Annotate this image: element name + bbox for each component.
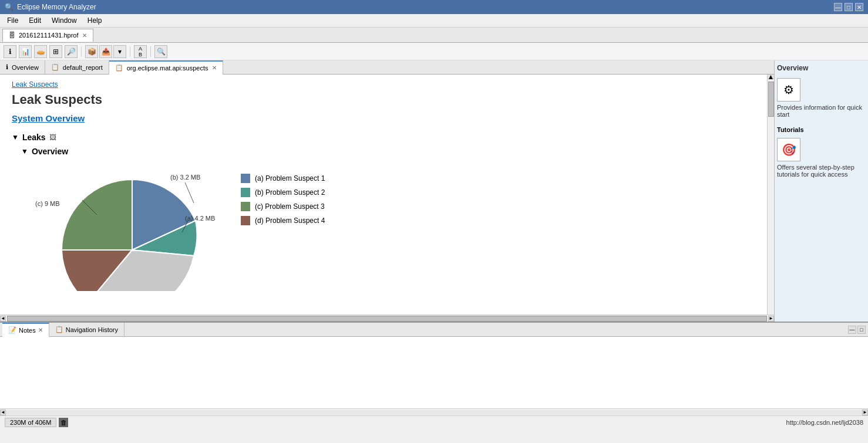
legend-label-b: (b) Problem Suspect 2	[255, 188, 325, 197]
page-title: Leak Suspects	[12, 92, 755, 107]
table-button[interactable]: ⊞	[49, 45, 62, 58]
bottom-maximize-btn[interactable]: □	[857, 326, 866, 334]
notes-close[interactable]: ✕	[38, 327, 43, 333]
status-memory: 230M of 406M	[5, 418, 56, 427]
legend-color-d	[241, 216, 250, 225]
toolbar-sep-1	[81, 46, 82, 57]
right-panel-item-0: ⚙ Provides information for quick start	[777, 78, 866, 118]
file-tab-icon: 🗄	[9, 32, 15, 39]
app-title: Eclipse Memory Analyzer	[17, 3, 96, 11]
leaks-image-icon[interactable]: 🖼	[49, 133, 56, 141]
legend-item-a: (a) Problem Suspect 1	[241, 174, 325, 183]
system-overview-link[interactable]: System Overview	[12, 113, 755, 123]
query-button[interactable]: 🔎	[65, 45, 78, 58]
dropdown-btn[interactable]: ▾	[113, 45, 126, 58]
legend-item-b: (b) Problem Suspect 2	[241, 188, 325, 197]
overview-title: Overview	[32, 147, 68, 156]
tab-report-label: default_report	[63, 64, 103, 71]
scroll-right-btn[interactable]: ►	[768, 316, 774, 322]
menu-edit[interactable]: Edit	[24, 15, 46, 26]
page-tab-bar: ℹ Overview 📋 default_report 📋 org.eclips…	[0, 60, 774, 75]
status-url: http://blog.csdn.net/ljd2038	[786, 419, 863, 426]
breadcrumb-link[interactable]: Leak Suspects	[12, 80, 58, 89]
tab-notes[interactable]: 📝 Notes ✕	[2, 323, 49, 337]
bottom-area: 📝 Notes ✕ 📋 Navigation History — □ ◄ ►	[0, 322, 868, 415]
pie-chart-button[interactable]: 🥧	[34, 45, 47, 58]
title-bar: 🔍 Eclipse Memory Analyzer — □ ✕	[0, 0, 868, 14]
content-area: ℹ Overview 📋 default_report 📋 org.eclips…	[0, 60, 774, 322]
tab-overview[interactable]: ℹ Overview	[0, 60, 45, 75]
bottom-scroll-left[interactable]: ◄	[0, 410, 6, 415]
maximize-button[interactable]: □	[845, 3, 853, 11]
page-content-area: Leak Suspects Leak Suspects System Overv…	[0, 75, 774, 315]
export-button[interactable]: 📤	[99, 45, 112, 58]
menu-bar: File Edit Window Help	[0, 14, 868, 28]
minimize-button[interactable]: —	[834, 3, 842, 11]
label-a: (a) 4.2 MB	[185, 215, 215, 222]
bottom-content	[0, 337, 868, 408]
tab-suspects-close[interactable]: ✕	[212, 65, 217, 71]
label-b: (b) 3.2 MB	[170, 174, 200, 181]
page-content[interactable]: Leak Suspects Leak Suspects System Overv…	[0, 75, 767, 315]
legend-label-d: (d) Problem Suspect 4	[255, 217, 325, 225]
file-tab-close[interactable]: ✕	[82, 32, 87, 39]
legend-color-c	[241, 202, 250, 211]
bottom-minimize-btn[interactable]: —	[848, 326, 856, 334]
bottom-scrollbar[interactable]: ◄ ►	[0, 408, 868, 415]
toolbar-sep-3	[150, 46, 151, 57]
scroll-thumb-h[interactable]	[7, 316, 767, 322]
legend-color-a	[241, 174, 250, 183]
ab-button[interactable]: AB	[134, 45, 147, 58]
leaks-toggle[interactable]: ▼	[12, 133, 19, 141]
search-button[interactable]: 🔍	[154, 45, 167, 58]
file-tab-name: 201612111431.hprof	[19, 32, 79, 39]
bottom-tab-controls: — □	[848, 326, 866, 334]
label-c: (c) 9 MB	[35, 200, 60, 207]
legend-color-b	[241, 188, 250, 197]
tab-suspects[interactable]: 📋 org.eclipse.mat.api:suspects ✕	[109, 60, 223, 75]
nav-history-label: Navigation History	[66, 326, 118, 333]
pie-chart-svg	[29, 162, 217, 291]
scroll-up-btn[interactable]: ▲	[768, 75, 774, 79]
notes-icon: 📝	[8, 326, 16, 334]
status-left: 230M of 406M 🗑	[5, 418, 68, 427]
bar-chart-button[interactable]: 📊	[19, 45, 32, 58]
toolbar-group-nav: 📦 📤 ▾	[85, 45, 126, 58]
menu-file[interactable]: File	[2, 15, 23, 26]
tab-suspects-label: org.eclipse.mat.api:suspects	[127, 65, 208, 72]
file-tab[interactable]: 🗄 201612111431.hprof ✕	[2, 29, 93, 42]
info-button[interactable]: ℹ	[4, 45, 16, 58]
heap-icon-button[interactable]: 📦	[85, 45, 98, 58]
scroll-thumb-v[interactable]	[768, 82, 774, 117]
gc-button[interactable]: 🗑	[59, 418, 68, 427]
nav-history-icon: 📋	[55, 326, 63, 333]
tab-overview-label: Overview	[12, 64, 39, 71]
tab-default-report[interactable]: 📋 default_report	[45, 60, 109, 75]
main-layout: ℹ Overview 📋 default_report 📋 org.eclips…	[0, 60, 868, 322]
pie-chart-container: (b) 3.2 MB (c) 9 MB (a) 4.2 MB	[29, 162, 217, 291]
close-button[interactable]: ✕	[855, 3, 863, 11]
horizontal-scrollbar[interactable]: ◄ ►	[0, 315, 774, 322]
legend-label-c: (c) Problem Suspect 3	[255, 202, 325, 211]
tab-suspects-icon: 📋	[115, 64, 123, 72]
chart-area: (b) 3.2 MB (c) 9 MB (a) 4.2 MB	[29, 162, 755, 291]
tab-nav-history[interactable]: 📋 Navigation History	[49, 323, 125, 337]
right-panel-overview-title: Overview	[777, 63, 866, 73]
scroll-left-btn[interactable]: ◄	[0, 316, 6, 322]
window-controls[interactable]: — □ ✕	[834, 3, 863, 11]
toolbar-sep-2	[130, 46, 130, 57]
right-panel-icon-0[interactable]: ⚙	[777, 78, 800, 102]
right-panel-text-1: Offers several step-by-step tutorials fo…	[777, 164, 866, 178]
vertical-scrollbar[interactable]: ▲	[767, 75, 774, 315]
bottom-tab-bar: 📝 Notes ✕ 📋 Navigation History — □	[0, 323, 868, 337]
bottom-scroll-right[interactable]: ►	[862, 410, 868, 415]
content-inner: Leak Suspects Leak Suspects System Overv…	[0, 75, 767, 297]
leaks-title: Leaks	[22, 133, 46, 142]
overview-toggle[interactable]: ▼	[21, 147, 28, 155]
overview-section-header: ▼ Overview	[21, 147, 755, 156]
right-panel-icon-1[interactable]: 🎯	[777, 138, 800, 161]
tab-report-icon: 📋	[51, 63, 59, 71]
menu-window[interactable]: Window	[47, 15, 82, 26]
menu-help[interactable]: Help	[83, 15, 107, 26]
chart-legend: (a) Problem Suspect 1 (b) Problem Suspec…	[241, 174, 325, 225]
